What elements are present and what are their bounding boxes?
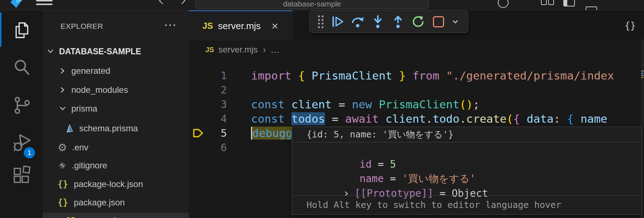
sidebar-item-extensions[interactable]: [0, 156, 43, 192]
tree-item-package-json[interactable]: {} package.json: [43, 195, 189, 210]
code-line-2: [251, 83, 641, 97]
tree-item-schema-prisma[interactable]: schema.prisma: [43, 121, 189, 136]
explorer-sidebar: EXPLORER ··· DATABASE-SAMPLE generated n…: [43, 10, 189, 218]
debug-toolbar: [309, 10, 468, 33]
tree-item-node-modules[interactable]: node_modules: [43, 82, 189, 98]
continue-icon: [331, 15, 344, 28]
split-editor-icon[interactable]: [541, 0, 554, 5]
history-back-icon[interactable]: [157, 0, 165, 5]
stop-button[interactable]: [428, 12, 448, 31]
step-into-icon: [371, 14, 385, 29]
vscode-logo-icon: [8, 0, 24, 9]
item-label: generated: [71, 66, 110, 76]
extensions-icon: [12, 165, 31, 184]
restart-button[interactable]: [408, 12, 428, 31]
json-braces-icon: {}: [58, 179, 68, 189]
debug-hover-tooltip: {id: 5, name: '買い物をする'} id = 5 name = '買…: [292, 127, 642, 215]
item-label: node_modules: [71, 85, 128, 95]
sidebar-item-search[interactable]: [0, 49, 43, 85]
search-value: database-sample: [283, 0, 341, 9]
line-number-current: 5: [202, 126, 227, 140]
hover-footer-hint: Hold Alt key to switch to editor languag…: [292, 195, 641, 214]
code-line-3: const client = new PrismaClient();: [251, 97, 641, 112]
tree-item-prisma[interactable]: prisma: [43, 101, 189, 117]
breadcrumb[interactable]: JS server.mjs › …: [189, 40, 644, 60]
tab-server-mjs[interactable]: JS server.mjs ×: [189, 10, 293, 41]
tab-label: server.mjs: [218, 21, 260, 32]
line-number: 2: [202, 83, 227, 97]
line-number: 6: [202, 140, 227, 155]
debug-session-dropdown[interactable]: [448, 12, 462, 31]
close-tab-icon[interactable]: ×: [272, 20, 278, 32]
git-branch-icon: [12, 95, 31, 115]
js-file-icon: JS: [205, 46, 214, 54]
code-line-4: const todos = await client.todo.create({…: [251, 112, 641, 126]
item-label: prisma: [71, 104, 97, 114]
explorer-title: EXPLORER: [61, 22, 103, 31]
editor-actions-braces-icon[interactable]: {}: [625, 20, 636, 31]
restart-icon: [411, 15, 425, 28]
stop-icon: [433, 16, 444, 27]
hover-row-prototype[interactable]: ›[[Prototype]] = Object: [292, 172, 641, 186]
debug-current-line-icon: [192, 127, 205, 139]
line-number: 3: [202, 97, 227, 112]
debug-badge: 1: [24, 147, 35, 158]
toggle-panel-icon[interactable]: [586, 6, 597, 10]
chevron-down-icon: [451, 18, 459, 26]
chevron-right-icon: [58, 67, 67, 75]
chevron-down-icon: [58, 104, 67, 113]
breadcrumb-separator-icon: ›: [263, 44, 266, 55]
vscode-window: database-sample: [0, 0, 644, 218]
breadcrumb-file[interactable]: server.mjs: [218, 45, 258, 55]
explorer-actions-icon[interactable]: ···: [165, 20, 177, 31]
continue-button[interactable]: [327, 12, 348, 31]
files-icon: [12, 21, 31, 40]
history-forward-icon[interactable]: [179, 0, 187, 5]
step-over-icon: [350, 14, 365, 29]
toolbar-drag-grip[interactable]: [314, 12, 327, 31]
step-out-button[interactable]: [388, 12, 408, 31]
line-number: 1: [202, 68, 227, 83]
js-file-icon: JS: [202, 21, 213, 31]
item-label: .env: [72, 142, 88, 153]
toggle-sidebar-icon[interactable]: [563, 0, 575, 6]
tree-item-package-lock[interactable]: {} package-lock.json: [43, 176, 189, 192]
step-out-icon: [391, 14, 405, 29]
explorer-header: EXPLORER ···: [43, 20, 189, 34]
hover-value-preview: {id: 5, name: '買い物をする'}: [292, 127, 641, 142]
chevron-down-icon: [46, 47, 55, 56]
sidebar-item-source-control[interactable]: [0, 87, 43, 123]
account-icon[interactable]: [498, 0, 509, 8]
sidebar-item-explorer[interactable]: [0, 12, 43, 48]
item-label: package.json: [74, 197, 125, 208]
prisma-icon: [65, 124, 74, 133]
item-label: package-lock.json: [74, 179, 143, 189]
hover-row-name: name = '買い物をする': [292, 157, 641, 172]
gear-icon: ⚙: [58, 142, 67, 153]
tree-item-env[interactable]: ⚙ .env: [43, 140, 189, 155]
hover-row-id: id = 5: [292, 143, 641, 157]
step-into-button[interactable]: [368, 12, 388, 31]
tree-item-server-mjs-selected[interactable]: JS server.mjs: [43, 213, 189, 218]
tree-item-gitignore[interactable]: .gitignore: [43, 158, 189, 173]
js-file-icon: JS: [65, 215, 76, 218]
item-label: schema.prisma: [79, 123, 138, 133]
sidebar-item-run-debug[interactable]: [0, 125, 43, 161]
git-file-icon: [57, 160, 67, 171]
grip-dots-icon: [318, 15, 323, 28]
chevron-right-icon: [58, 86, 67, 94]
line-number: 4: [202, 112, 227, 126]
tree-root-database-sample[interactable]: DATABASE-SAMPLE: [43, 44, 189, 59]
command-center-search[interactable]: database-sample: [196, 0, 429, 9]
breadcrumb-more[interactable]: …: [270, 44, 280, 55]
json-braces-icon: {}: [58, 197, 68, 208]
activity-bar: 1: [0, 10, 43, 218]
code-line-1: import { PrismaClient } from "./generate…: [251, 68, 641, 83]
item-label: server.mjs: [81, 215, 120, 218]
search-icon: [12, 58, 31, 77]
item-label: .gitignore: [72, 160, 107, 171]
step-over-button[interactable]: [348, 12, 368, 31]
titlebar: database-sample: [0, 0, 644, 10]
tree-item-generated[interactable]: generated: [43, 63, 189, 79]
root-folder-label: DATABASE-SAMPLE: [59, 47, 141, 56]
